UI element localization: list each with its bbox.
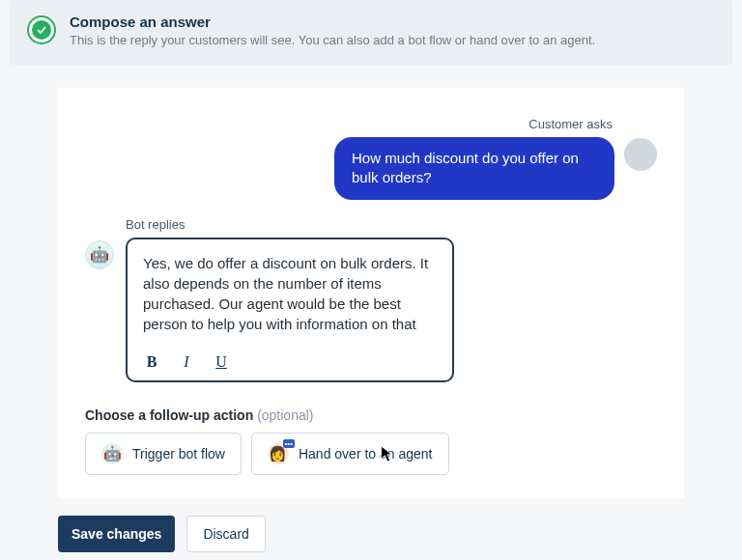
discard-button[interactable]: Discard [186, 516, 265, 552]
header-title: Compose an answer [70, 14, 595, 30]
format-toolbar: B I U [143, 351, 437, 371]
underline-button[interactable]: U [213, 353, 230, 371]
agent-badge-icon: ••• [283, 439, 295, 449]
followup-section: Choose a follow-up action (optional) 🤖 T… [85, 407, 657, 475]
bot-flow-icon: 🤖 [101, 443, 123, 464]
customer-avatar-icon [624, 138, 657, 171]
save-changes-button[interactable]: Save changes [58, 516, 175, 552]
customer-message-bubble: How much discount do you offer on bulk o… [334, 137, 614, 200]
followup-label: Choose a follow-up action (optional) [85, 407, 657, 423]
hand-over-label: Hand over to an agent [299, 446, 433, 462]
compose-header: Compose an answer This is the reply your… [10, 0, 732, 65]
bot-flow-glyph: 🤖 [103, 445, 122, 462]
header-subtitle: This is the reply your customers will se… [70, 33, 595, 47]
footer-buttons: Save changes Discard [58, 516, 684, 552]
bot-avatar-icon: 🤖 [85, 240, 114, 269]
trigger-bot-label: Trigger bot flow [132, 446, 225, 462]
hand-over-agent-button[interactable]: 👩 ••• Hand over to an agent [251, 433, 449, 475]
followup-buttons: 🤖 Trigger bot flow 👩 ••• Hand over to an… [85, 433, 657, 475]
customer-asks-label: Customer asks [334, 117, 614, 131]
agent-icon: 👩 ••• [268, 443, 289, 464]
italic-button[interactable]: I [178, 353, 195, 371]
trigger-bot-flow-button[interactable]: 🤖 Trigger bot flow [85, 433, 242, 475]
header-text: Compose an answer This is the reply your… [70, 14, 595, 47]
compose-card: Customer asks How much discount do you o… [58, 88, 684, 498]
bot-reply-editor[interactable]: Yes, we do offer a discount on bulk orde… [126, 238, 454, 382]
followup-optional-text: (optional) [257, 407, 313, 423]
customer-row: Customer asks How much discount do you o… [85, 117, 657, 200]
followup-label-text: Choose a follow-up action [85, 407, 257, 423]
bot-face-glyph: 🤖 [90, 245, 109, 264]
bot-reply-text[interactable]: Yes, we do offer a discount on bulk orde… [143, 253, 437, 342]
step-complete-icon [27, 15, 56, 44]
bot-row: 🤖 Bot replies Yes, we do offer a discoun… [85, 217, 657, 382]
bold-button[interactable]: B [143, 353, 160, 371]
bot-replies-label: Bot replies [126, 217, 454, 232]
